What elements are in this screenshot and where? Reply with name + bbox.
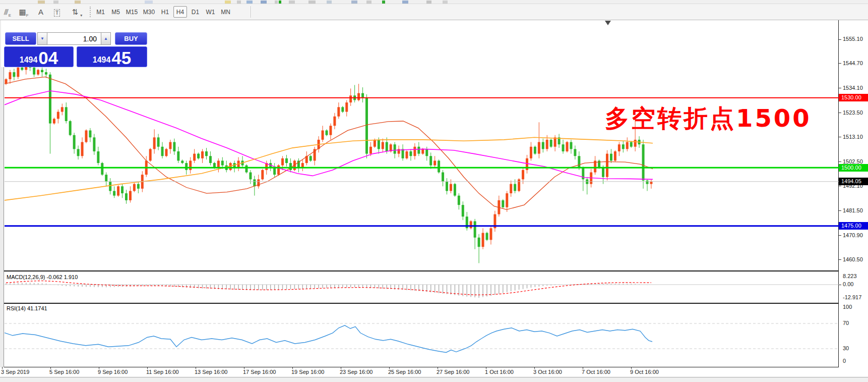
- price-axis-tick: [839, 137, 841, 137]
- price-axis-tick: [839, 88, 841, 88]
- current-price-badge: 1494.05: [839, 178, 868, 185]
- price-axis-tick: [839, 39, 841, 40]
- price-axis-label: 1513.10: [843, 134, 863, 140]
- price-axis-label: 1481.50: [843, 207, 863, 213]
- candlestick-series: [5, 60, 653, 263]
- price-axis-tick: [839, 210, 841, 211]
- price-axis-tick: [839, 235, 841, 236]
- rsi-layer: [1, 323, 839, 353]
- macd-axis-label: 0.00: [843, 281, 853, 287]
- volume-input[interactable]: [47, 32, 101, 45]
- buy-button[interactable]: BUY: [115, 32, 147, 45]
- price-level-badge: 1475.00: [839, 222, 868, 230]
- price-axis-label: 1470.90: [843, 232, 863, 238]
- price-axis-label: 1544.70: [843, 60, 863, 66]
- rsi-axis-label: 30: [843, 345, 849, 351]
- one-click-trading-panel: SELL ▼ ▲ BUY 149404 149445: [1, 20, 148, 67]
- mt4-trading-platform-window: ⫻E ▦F A T ⇅ ▾ M1M5M15M30H1H4D1W1MN ▲ XAU…: [0, 0, 868, 382]
- price-level-badge: 1500.00: [839, 164, 868, 172]
- price-axis-tick: [839, 186, 841, 186]
- chart-text-annotation: 多空转折点1500: [605, 102, 812, 135]
- price-axis-label: 1523.50: [843, 110, 863, 116]
- price-axis-tick: [839, 259, 841, 260]
- volume-decrease-button[interactable]: ▼: [37, 32, 47, 45]
- price-level-badge: 1530.00: [839, 94, 868, 101]
- macd-axis-label: -12.917: [843, 294, 861, 300]
- sell-price-tile[interactable]: 149404: [4, 46, 74, 67]
- price-axis-tick: [839, 161, 841, 162]
- macd-axis-tick: [839, 285, 841, 285]
- sell-button[interactable]: SELL: [5, 32, 36, 45]
- rsi-axis-label: 70: [843, 320, 849, 326]
- buy-price-tile[interactable]: 149445: [77, 46, 147, 67]
- rsi-axis-label: 100: [843, 304, 852, 310]
- macd-axis-label: 8.223: [843, 273, 857, 279]
- chart-shift-marker-icon: [605, 21, 611, 25]
- price-axis-tick: [839, 113, 841, 113]
- main-chart-layer: [5, 60, 839, 263]
- price-axis-label: 1534.10: [843, 85, 863, 91]
- price-axis-label: 1460.50: [843, 256, 863, 262]
- price-axis-tick: [839, 63, 841, 64]
- rsi-axis-label: 0: [843, 358, 846, 364]
- macd-label: MACD(12,26,9) -0.062 1.910: [7, 274, 78, 280]
- rsi-label: RSI(14) 41.1741: [7, 305, 47, 311]
- volume-increase-button[interactable]: ▲: [101, 32, 111, 45]
- rsi-line: [1, 325, 652, 353]
- macd-signal-line: [6, 281, 651, 295]
- macd-layer: [5, 281, 839, 298]
- price-axis-label: 1555.10: [843, 36, 863, 42]
